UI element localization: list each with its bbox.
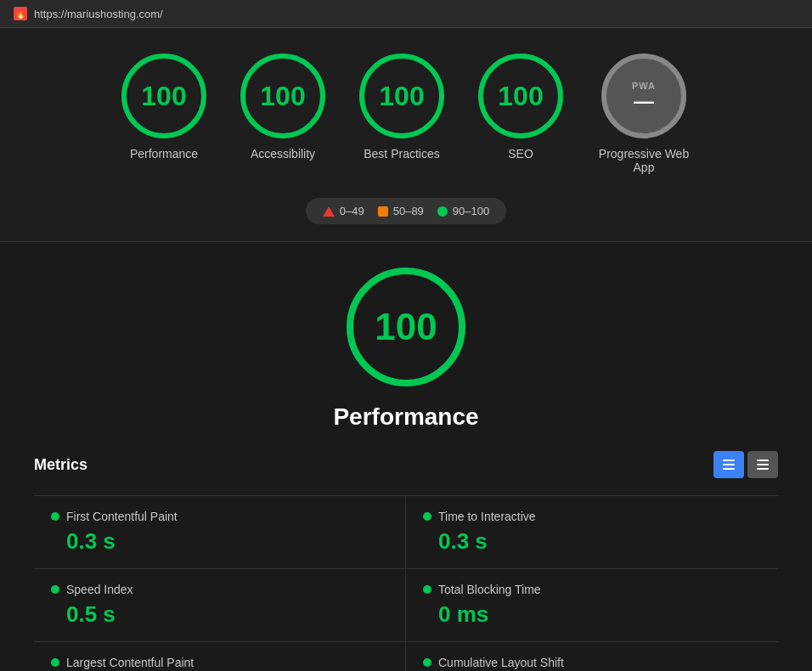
legend-low-range: 0–49 bbox=[340, 205, 364, 217]
legend-orange-icon bbox=[378, 206, 388, 217]
toggle-list-button[interactable] bbox=[747, 451, 778, 478]
score-circle-performance: 100 bbox=[121, 54, 206, 138]
metric-dot-fcp bbox=[51, 512, 59, 521]
score-item-pwa: PWA — Progressive Web App bbox=[597, 54, 691, 174]
metric-item-tbt: Total Blocking Time 0 ms bbox=[406, 569, 778, 642]
score-circle-accessibility: 100 bbox=[240, 54, 325, 138]
legend-item-high: 90–100 bbox=[437, 205, 489, 217]
metric-name-tbt: Total Blocking Time bbox=[438, 583, 541, 596]
metric-item-fcp: First Contentful Paint 0.3 s bbox=[34, 496, 406, 569]
metric-item-tti: Time to Interactive 0.3 s bbox=[406, 496, 778, 569]
score-label-seo: SEO bbox=[508, 147, 533, 161]
legend-green-icon bbox=[437, 206, 448, 217]
metric-dot-cls bbox=[423, 658, 431, 667]
metric-dot-tbt bbox=[423, 585, 431, 594]
titlebar: 🔥 https://mariushosting.com/ bbox=[0, 0, 812, 28]
grid-icon bbox=[723, 460, 735, 470]
metric-dot-lcp bbox=[51, 658, 59, 667]
score-item-accessibility: 100 Accessibility bbox=[240, 54, 325, 174]
score-circle-best-practices: 100 bbox=[359, 54, 444, 138]
metric-name-fcp: First Contentful Paint bbox=[66, 510, 178, 523]
main-score-title: Performance bbox=[333, 403, 478, 431]
metric-name-tti: Time to Interactive bbox=[438, 510, 536, 523]
metric-item-cls: Cumulative Layout Shift 0 bbox=[406, 642, 778, 671]
metric-value-si: 0.5 s bbox=[66, 601, 388, 628]
metric-value-tti: 0.3 s bbox=[438, 528, 761, 555]
legend-item-medium: 50–89 bbox=[378, 205, 424, 217]
metric-item-lcp: Largest Contentful Paint 0.3 s bbox=[34, 642, 406, 671]
favicon-icon: 🔥 bbox=[14, 7, 27, 20]
metrics-title: Metrics bbox=[34, 456, 87, 474]
score-label-best-practices: Best Practices bbox=[364, 147, 439, 161]
score-legend: 0–49 50–89 90–100 bbox=[306, 198, 506, 224]
list-icon bbox=[757, 460, 769, 470]
metric-name-lcp: Largest Contentful Paint bbox=[66, 656, 194, 669]
main-section: 100 Performance Metrics bbox=[0, 242, 812, 671]
pwa-dash: — bbox=[634, 91, 654, 111]
view-toggle bbox=[713, 451, 778, 478]
metric-item-si: Speed Index 0.5 s bbox=[34, 569, 406, 642]
legend-item-low: 0–49 bbox=[323, 205, 364, 217]
metrics-grid: First Contentful Paint 0.3 s Time to Int… bbox=[34, 495, 778, 671]
metrics-header: Metrics bbox=[34, 451, 778, 478]
metric-dot-tti bbox=[423, 512, 431, 521]
legend-red-icon bbox=[323, 206, 335, 217]
score-label-accessibility: Accessibility bbox=[251, 147, 315, 161]
main-score-value: 100 bbox=[375, 306, 437, 348]
metric-value-tbt: 0 ms bbox=[438, 601, 761, 628]
scores-row: 100 Performance 100 Accessibility 100 Be… bbox=[121, 54, 691, 174]
score-label-pwa: Progressive Web App bbox=[597, 147, 691, 174]
metric-dot-si bbox=[51, 585, 59, 594]
legend-high-range: 90–100 bbox=[453, 205, 489, 217]
metric-value-fcp: 0.3 s bbox=[66, 528, 388, 555]
metric-name-cls: Cumulative Layout Shift bbox=[438, 656, 564, 669]
metrics-section: Metrics First Contentful bbox=[34, 451, 778, 671]
top-scores-section: 100 Performance 100 Accessibility 100 Be… bbox=[0, 28, 812, 241]
url-bar: https://mariushosting.com/ bbox=[34, 8, 163, 20]
legend-medium-range: 50–89 bbox=[393, 205, 424, 217]
toggle-grid-button[interactable] bbox=[713, 451, 744, 478]
metric-name-si: Speed Index bbox=[66, 583, 133, 596]
score-item-performance: 100 Performance bbox=[121, 54, 206, 174]
main-score-circle: 100 bbox=[347, 268, 465, 386]
score-label-performance: Performance bbox=[130, 147, 198, 161]
score-circle-seo: 100 bbox=[478, 54, 563, 138]
score-item-best-practices: 100 Best Practices bbox=[359, 54, 444, 174]
score-item-seo: 100 SEO bbox=[478, 54, 563, 174]
score-circle-pwa: PWA — bbox=[601, 54, 686, 138]
